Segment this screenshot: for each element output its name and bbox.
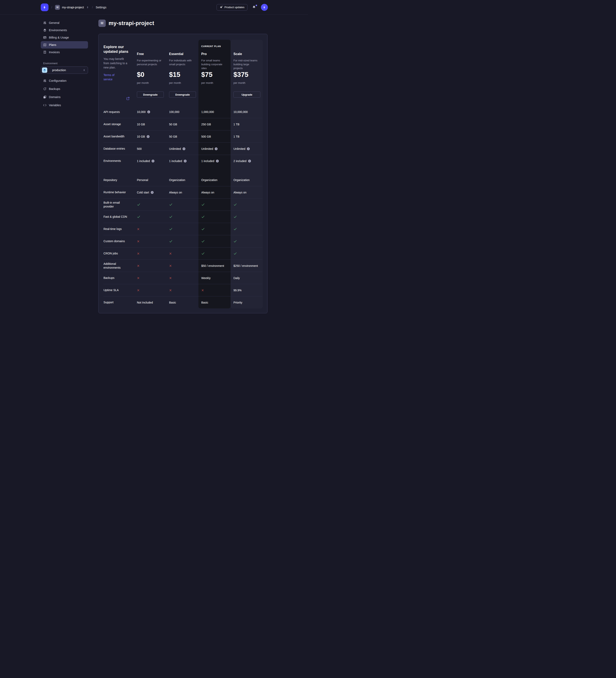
table-cell (166, 203, 198, 206)
notifications-bell-icon[interactable] (252, 5, 256, 9)
top-bar: / M my-strapi-project / Settings Product… (0, 0, 308, 15)
check-icon (234, 252, 237, 255)
sidebar-item-billing-usage[interactable]: Billing & Usage (41, 34, 88, 41)
check-icon (234, 203, 237, 206)
plan-name: Pro (201, 52, 227, 56)
table-row-built-in-email-provider: Built-in email provider (104, 198, 262, 211)
plan-column-scale: ScaleFor mid-sized teams building large … (231, 39, 263, 106)
upgrade-button[interactable]: Upgrade (234, 91, 260, 98)
table-row-uptime-sla: Uptime SLA99.9% (104, 284, 262, 296)
cell-value: 50 GB (169, 135, 177, 138)
row-label: Runtime behavior (104, 188, 134, 196)
product-updates-label: Product updates (224, 6, 244, 9)
table-cell (166, 252, 198, 255)
info-icon[interactable]: i (147, 111, 150, 113)
sidebar-item-environments[interactable]: Environments (41, 27, 88, 34)
plan-period: per month (137, 81, 149, 84)
table-cell: 99.9% (231, 289, 263, 292)
row-label: Uptime SLA (104, 286, 134, 294)
sidebar-nav: GeneralEnvironmentsBilling & UsagePlansI… (41, 19, 88, 56)
table-cell: Always on (231, 191, 263, 194)
table-row-asset-storage: Asset storage10 GB50 GB250 GB1 TB (104, 118, 262, 130)
sidebar-item-label: Domains (49, 96, 60, 99)
info-icon[interactable]: i (248, 160, 251, 162)
cell-value: 250 GB (201, 123, 211, 126)
table-cell: Not Included (134, 301, 166, 304)
check-icon (201, 227, 205, 231)
cell-value: 1 included (201, 159, 214, 163)
plan-name: Free (137, 52, 163, 56)
table-cell: Weekly (198, 276, 231, 280)
strapi-logo[interactable] (41, 3, 48, 11)
sparkle-icon (219, 6, 223, 9)
table-cell: Unlimitedi (166, 147, 198, 150)
info-icon[interactable]: i (247, 147, 250, 150)
plan-column-essential: EssentialFor individuals with small proj… (166, 39, 198, 106)
page-title: my-strapi-project (109, 20, 154, 27)
map-icon (43, 43, 46, 46)
table-row-repository: RepositoryPersonalOrganizationOrganizati… (104, 174, 262, 186)
info-icon[interactable]: i (152, 160, 154, 162)
breadcrumb-project-name: my-strapi-project (62, 6, 84, 9)
row-label: Custom domains (104, 237, 134, 245)
info-icon[interactable]: i (182, 147, 186, 150)
account-avatar[interactable] (261, 4, 268, 11)
page-header: M my-strapi-project (98, 20, 154, 27)
cell-value: 2 included (234, 159, 246, 163)
cell-value: $250 / environment (234, 264, 258, 267)
table-row-fast-global-cdn: Fast & global CDN (104, 211, 262, 223)
external-link-icon[interactable] (126, 97, 130, 100)
plan-price: $375 (234, 71, 248, 78)
info-icon[interactable]: i (216, 160, 219, 162)
cross-icon (137, 277, 140, 279)
check-icon (169, 215, 172, 219)
sidebar-item-label: Configuration (49, 79, 67, 82)
plan-description: For experimenting or personal projects (137, 59, 163, 66)
sidebar-item-general[interactable]: General (41, 19, 88, 27)
sidebar-item-label: Invoices (49, 50, 60, 54)
plan-description: For individuals with small projects (169, 59, 195, 66)
row-label: API requests (104, 108, 134, 116)
row-label: Asset bandwidth (104, 133, 134, 141)
cross-icon (169, 289, 172, 292)
row-label: Fast & global CDN (104, 213, 134, 221)
sidebar-item-invoices[interactable]: Invoices (41, 48, 88, 56)
downgrade-button[interactable]: Downgrade (169, 91, 196, 98)
product-updates-button[interactable]: Product updates (216, 4, 247, 11)
receipt-icon (43, 50, 46, 54)
project-switcher-caret-icon[interactable] (86, 6, 89, 9)
table-cell (231, 203, 263, 206)
table-cell (198, 239, 231, 243)
table-cell (166, 289, 198, 292)
table-cell: Always on (198, 191, 231, 194)
environment-section-label: Environment (43, 62, 88, 65)
layers-icon (43, 29, 46, 32)
cross-icon (201, 289, 204, 292)
plan-description: For mid-sized teams building large proje… (234, 59, 259, 70)
info-icon[interactable]: i (147, 135, 150, 138)
cell-value: Not Included (137, 301, 153, 304)
downgrade-button[interactable]: Downgrade (137, 91, 164, 98)
cell-value: 10 GB (137, 123, 145, 126)
cell-value: 99.9% (234, 289, 242, 292)
cell-value: 1 included (137, 159, 150, 163)
sidebar-item-plans[interactable]: Plans (41, 41, 88, 48)
environment-select[interactable]: production (41, 67, 88, 74)
cross-icon (169, 277, 172, 279)
cross-icon (137, 264, 140, 267)
table-row-runtime-behavior: Runtime behaviorCold startiAlways onAlwa… (104, 186, 262, 198)
cell-value: 500 (137, 147, 141, 150)
sidebar-item-configuration[interactable]: Configuration (41, 77, 88, 85)
terms-of-service-link[interactable]: Terms of service (104, 73, 118, 81)
table-cell: Cold starti (134, 191, 166, 194)
info-icon[interactable]: i (151, 191, 154, 194)
plan-period: per month (169, 81, 181, 84)
plans-card: Explore our updated plans You may benefi… (98, 34, 268, 313)
info-icon[interactable]: i (184, 160, 187, 162)
table-row-backups: BackupsWeeklyDaily (104, 272, 262, 284)
sidebar-item-domains[interactable]: Domains (41, 93, 88, 101)
sidebar-item-backups[interactable]: Backups (41, 85, 88, 93)
refresh-icon (43, 87, 46, 90)
sidebar-item-variables[interactable]: Variables (41, 101, 88, 109)
info-icon[interactable]: i (215, 147, 217, 150)
